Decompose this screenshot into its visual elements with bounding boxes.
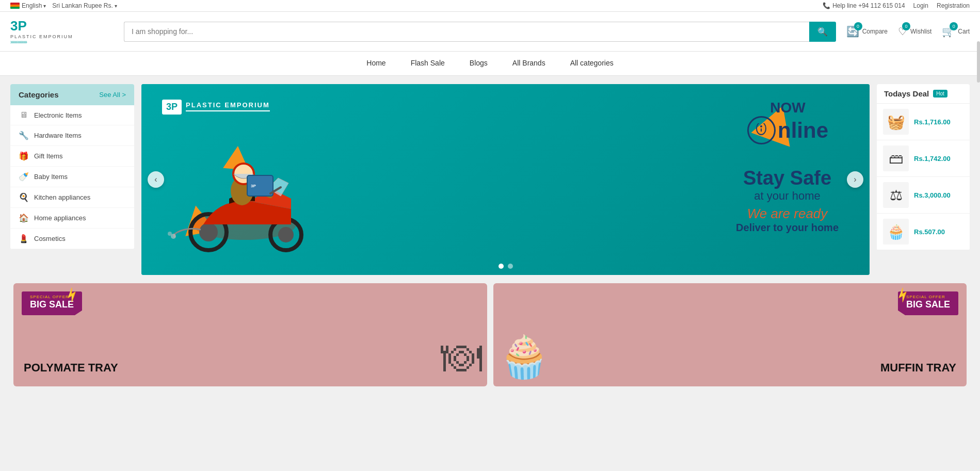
currency-label: Sri Lankan Rupee Rs. — [52, 2, 113, 9]
deal-price-2: Rs.1,742.00 — [914, 155, 951, 163]
cart-action[interactable]: 🛒 0 Cart — [942, 25, 970, 38]
deal-price-3: Rs.3,000.00 — [914, 191, 951, 199]
cart-label: Cart — [958, 28, 970, 35]
login-link[interactable]: Login — [913, 2, 928, 9]
deal-img-4: 🧁 — [883, 219, 909, 245]
svg-point-15 — [168, 232, 172, 236]
sidebar-item-label-baby: Baby Items — [34, 173, 68, 181]
deal-price-4: Rs.507.00 — [914, 228, 945, 236]
chevron-down-icon2: ▾ — [115, 3, 117, 9]
online-text: nline — [778, 118, 828, 143]
chevron-down-icon: ▾ — [43, 3, 46, 9]
search-bar: 🔍 — [124, 22, 836, 42]
banner-muffin-tray[interactable]: SPECIAL OFFER BIG SALE ⚡ 🧁 MUFFIN TRAY — [493, 283, 967, 386]
home-icon: 🏠 — [19, 213, 29, 223]
nav-all-brands[interactable]: All Brands — [510, 52, 548, 75]
banner-text-area: Stay Safe at your home We are ready Deli… — [736, 168, 839, 234]
banner-dot-1[interactable] — [499, 264, 504, 269]
header: 3P PLASTIC EMPORIUM »»»»»»» 🔍 🔄 0 Compar… — [0, 12, 980, 52]
deal-price-1: Rs.1,716.00 — [914, 118, 951, 126]
sidebar-see-all[interactable]: See All > — [99, 91, 126, 99]
banner-logo: 3P PLASTIC EMPORIUM — [162, 100, 270, 115]
flag-icon — [10, 3, 20, 9]
banner-next-button[interactable]: › — [847, 171, 863, 188]
compare-label: Compare — [862, 28, 888, 35]
logo-brand: PLASTIC EMPORIUM — [10, 34, 73, 39]
banner-dot-2[interactable] — [508, 264, 513, 269]
language-selector[interactable]: English ▾ — [10, 2, 46, 9]
banner-brand: PLASTIC EMPORIUM — [186, 101, 270, 109]
deal-img-3: ⚖ — [883, 182, 909, 208]
search-input[interactable] — [124, 22, 809, 42]
sidebar-item-label-cosmetics: Cosmetics — [34, 235, 66, 242]
hardware-icon: 🔧 — [19, 131, 29, 140]
sidebar-item-kitchen[interactable]: 🍳 Kitchen appliances — [10, 187, 134, 208]
top-bar-right: 📞 Help line +94 112 615 014 Login Regist… — [823, 2, 970, 9]
tray-image: 🍽 — [441, 334, 482, 381]
sidebar: Categories See All > 🖥 Electronic Items … — [10, 84, 134, 249]
deal-item-4[interactable]: 🧁 Rs.507.00 — [877, 214, 970, 250]
product-name-2: MUFFIN TRAY — [504, 362, 957, 374]
cosmetics-icon: 💄 — [19, 234, 29, 243]
registration-link[interactable]: Registration — [937, 2, 970, 9]
sidebar-item-baby[interactable]: 🍼 Baby Items — [10, 167, 134, 187]
sidebar-header: Categories See All > — [10, 84, 134, 105]
sidebar-item-hardware[interactable]: 🔧 Hardware Items — [10, 125, 134, 146]
product-name-area-2: MUFFIN TRAY — [504, 331, 957, 374]
logo-area[interactable]: 3P PLASTIC EMPORIUM »»»»»»» — [10, 18, 114, 45]
banner-stay-safe: Stay Safe — [736, 168, 839, 189]
sidebar-item-cosmetics[interactable]: 💄 Cosmetics — [10, 229, 134, 249]
muffin-image: 🧁 — [499, 333, 550, 381]
sidebar-item-home[interactable]: 🏠 Home appliances — [10, 208, 134, 229]
bottom-banners: SPECIAL OFFER BIG SALE ⚡ 🍽 POLYMATE TRAY… — [0, 283, 980, 395]
search-button[interactable]: 🔍 — [809, 22, 836, 42]
banner-deliver: Deliver to your home — [736, 222, 839, 234]
sidebar-title: Categories — [19, 90, 59, 99]
cart-badge: 0 — [950, 22, 958, 30]
product-name-1: POLYMATE TRAY — [24, 362, 477, 374]
compare-badge: 0 — [854, 22, 862, 30]
logo-3p: 3P — [10, 18, 27, 34]
banner-now-online: NOW nline — [747, 100, 828, 144]
nav-home[interactable]: Home — [364, 52, 388, 75]
deal-item-1[interactable]: 🧺 Rs.1,716.00 — [877, 104, 970, 140]
compare-action[interactable]: 🔄 0 Compare — [846, 25, 888, 38]
top-bar: English ▾ Sri Lankan Rupee Rs. ▾ 📞 Help … — [0, 0, 980, 12]
sidebar-item-label-electronic: Electronic Items — [34, 111, 82, 119]
banner-at-home: at your home — [736, 189, 839, 203]
mouse-circle-icon — [747, 116, 776, 144]
nav-all-categories[interactable]: All categories — [568, 52, 616, 75]
banner-polymate-tray[interactable]: SPECIAL OFFER BIG SALE ⚡ 🍽 POLYMATE TRAY — [13, 283, 487, 386]
logo-arrows: »»»»»»» — [10, 39, 73, 45]
deal-title: Todays Deal — [884, 89, 929, 98]
phone-icon: 📞 — [823, 2, 830, 9]
deal-item-3[interactable]: ⚖ Rs.3,000.00 — [877, 177, 970, 214]
sidebar-item-label-kitchen: Kitchen appliances — [34, 193, 90, 201]
product-name-area-1: POLYMATE TRAY — [24, 331, 477, 374]
nav-flash-sale[interactable]: Flash Sale — [409, 52, 447, 75]
currency-selector[interactable]: Sri Lankan Rupee Rs. ▾ — [52, 2, 117, 9]
sidebar-item-label-gift: Gift Items — [34, 152, 63, 160]
banner-dots — [499, 264, 513, 269]
wishlist-badge: 0 — [902, 22, 910, 30]
helpline-text: Help line +94 112 615 014 — [832, 2, 905, 9]
helpline: 📞 Help line +94 112 615 014 — [823, 2, 905, 9]
todays-deal: Todays Deal Hot 🧺 Rs.1,716.00 🗃 Rs.1,742… — [877, 84, 970, 250]
sidebar-item-label-home: Home appliances — [34, 214, 86, 222]
logo: 3P — [10, 18, 73, 34]
kitchen-icon: 🍳 — [19, 192, 29, 202]
sidebar-item-label-hardware: Hardware Items — [34, 132, 82, 139]
language-label: English — [22, 2, 42, 9]
scrollbar-thumb[interactable] — [977, 41, 980, 83]
main-content: Categories See All > 🖥 Electronic Items … — [0, 76, 980, 283]
big-sale-text-2: BIG SALE — [906, 299, 950, 310]
sidebar-item-electronic[interactable]: 🖥 Electronic Items — [10, 105, 134, 125]
nav-blogs[interactable]: Blogs — [468, 52, 490, 75]
banner-line — [186, 110, 270, 111]
deal-item-2[interactable]: 🗃 Rs.1,742.00 — [877, 140, 970, 177]
wishlist-action[interactable]: ♡ 0 Wishlist — [898, 25, 931, 38]
scooter-illustration: 3P — [167, 142, 322, 265]
sidebar-item-gift[interactable]: 🎁 Gift Items — [10, 146, 134, 167]
banner-prev-button[interactable]: ‹ — [148, 171, 164, 188]
electronic-icon: 🖥 — [19, 110, 29, 120]
